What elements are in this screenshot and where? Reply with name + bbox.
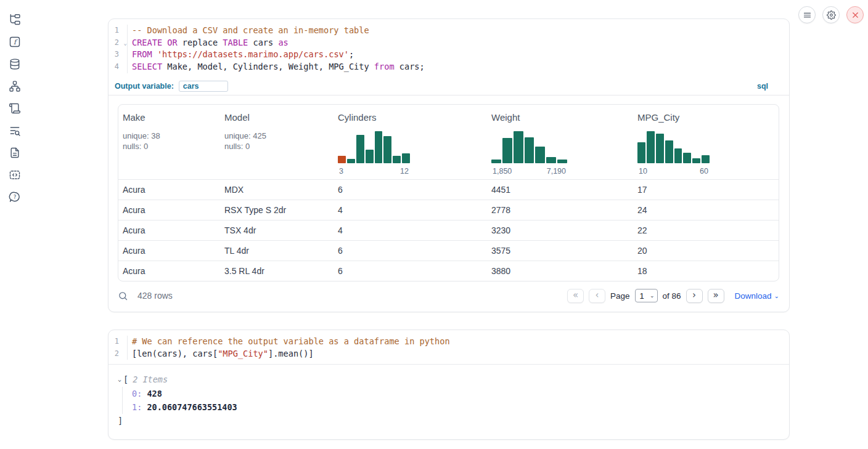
tree-root: ⌄[2 Items: [118, 373, 789, 386]
histogram-axis-labels: 1060: [637, 167, 710, 176]
histogram: 312: [338, 131, 410, 176]
python-code-editor[interactable]: 1# We can reference the output variable …: [108, 330, 789, 364]
code-token: TABLE: [223, 38, 248, 47]
histogram-bar: [366, 150, 374, 163]
histogram: 1,8507,190: [491, 131, 567, 176]
table-cell: MDX: [220, 185, 334, 195]
close-icon: [851, 10, 860, 20]
menu-button[interactable]: [798, 6, 816, 23]
page-select[interactable]: 1 ⌄: [635, 289, 658, 302]
page-label: Page: [610, 291, 630, 301]
scroll-log-icon[interactable]: [8, 102, 22, 115]
list-search-icon[interactable]: [8, 124, 22, 137]
database-icon[interactable]: [8, 58, 22, 70]
snippets-file-icon[interactable]: [8, 147, 22, 159]
fold-chevron-icon[interactable]: ⌄: [124, 38, 127, 50]
histogram-bar: [525, 137, 534, 163]
histogram-axis-labels: 1,8507,190: [491, 167, 567, 176]
histogram-bar: [502, 138, 512, 163]
download-button[interactable]: Download ⌄: [735, 291, 779, 301]
table-row: AcuraTSX 4dr4323022: [118, 220, 779, 240]
histogram-bars: [338, 131, 410, 163]
table-cell: 4451: [487, 185, 633, 195]
table-cell: 4: [334, 205, 487, 215]
tree-children: 0: 4281: 20.060747663551403: [122, 387, 789, 415]
first-page-button[interactable]: «: [567, 289, 584, 303]
table-cell: 6: [334, 185, 487, 195]
code-content[interactable]: # We can reference the output variable a…: [132, 336, 450, 348]
table-cell: Acura: [118, 266, 220, 276]
histogram: 1060: [637, 131, 710, 176]
code-content[interactable]: -- Download a CSV and create an in-memor…: [132, 25, 369, 37]
last-page-button[interactable]: »: [708, 289, 724, 303]
code-line[interactable]: 3FROM 'https://datasets.marimo.app/cars.…: [108, 49, 789, 61]
file-tree-icon[interactable]: [8, 14, 22, 26]
unique-count: unique: 425: [224, 131, 334, 141]
code-content[interactable]: SELECT Make, Model, Cylinders, Weight, M…: [132, 61, 425, 73]
code-token: OR: [167, 38, 177, 47]
shutdown-button[interactable]: [846, 6, 864, 23]
svg-text:?: ?: [14, 194, 17, 200]
table-cell: 3575: [487, 246, 633, 256]
column-header-mpg_city: MPG_City1060: [633, 112, 779, 176]
search-button[interactable]: [118, 291, 128, 301]
dependency-graph-icon[interactable]: [8, 80, 22, 92]
code-token: as: [278, 38, 288, 47]
pagination: « ‹ Page 1 ⌄ of 86 › » Download ⌄: [567, 289, 779, 303]
column-name: Weight: [491, 112, 633, 123]
list-output-tree: ⌄[2 Items0: 4281: 20.060747663551403]: [108, 365, 789, 439]
code-placeholder-icon[interactable]: [8, 169, 22, 181]
code-token: "MPG_City": [218, 349, 268, 358]
output-variable-input[interactable]: [179, 81, 228, 92]
table-cell: 2778: [487, 205, 633, 215]
next-page-button[interactable]: ›: [686, 289, 703, 303]
code-token: [len(cars), cars[: [132, 349, 218, 358]
chevron-down-icon[interactable]: ⌄: [118, 373, 121, 386]
items-count-label: 2 Items: [133, 373, 168, 386]
function-icon[interactable]: f: [8, 36, 22, 48]
chevron-down-icon: ⌄: [774, 293, 779, 299]
code-token: FROM: [132, 49, 152, 59]
line-number-gutter: 2⌄: [108, 37, 128, 49]
histogram-bar: [514, 131, 523, 163]
null-count: nulls: 0: [224, 141, 334, 152]
table-cell: RSX Type S 2dr: [220, 205, 334, 215]
histogram-bar: [702, 155, 710, 163]
item-value: 428: [147, 389, 162, 398]
code-token: replace: [178, 38, 223, 47]
settings-gear-icon: [827, 10, 836, 20]
table-cell: 20: [633, 246, 779, 256]
previous-page-button[interactable]: ‹: [589, 289, 605, 303]
help-icon[interactable]: ?: [8, 191, 22, 203]
axis-max-label: 60: [700, 167, 708, 176]
code-line[interactable]: 2[len(cars), cars["MPG_City"].mean()]: [108, 348, 789, 360]
code-line[interactable]: 2⌄CREATE OR replace TABLE cars as: [108, 37, 789, 49]
code-content[interactable]: CREATE OR replace TABLE cars as: [132, 37, 289, 49]
language-tag[interactable]: sql: [757, 82, 768, 91]
histogram-bars: [491, 131, 567, 163]
code-line[interactable]: 1# We can reference the output variable …: [108, 336, 789, 348]
sql-code-editor[interactable]: 1-- Download a CSV and create an in-memo…: [108, 19, 789, 78]
previous-page-icon: ‹: [596, 291, 599, 300]
table-cell: 3230: [487, 225, 633, 235]
histogram-bar: [383, 136, 391, 163]
axis-min-label: 1,850: [493, 167, 512, 176]
code-line[interactable]: 1-- Download a CSV and create an in-memo…: [108, 25, 789, 37]
code-token: [152, 49, 157, 59]
line-number: 4: [108, 61, 127, 73]
code-token: from: [374, 62, 395, 71]
code-content[interactable]: [len(cars), cars["MPG_City"].mean()]: [132, 348, 314, 360]
column-name: Model: [224, 112, 334, 123]
histogram-bar: [535, 147, 545, 163]
item-index: 1:: [132, 402, 147, 412]
line-number-gutter: 3: [108, 49, 128, 61]
settings-button[interactable]: [822, 6, 840, 23]
code-line[interactable]: 4SELECT Make, Model, Cylinders, Weight, …: [108, 61, 789, 73]
column-header-weight: Weight1,8507,190: [487, 112, 633, 176]
table-cell: 17: [633, 185, 779, 195]
code-content[interactable]: FROM 'https://datasets.marimo.app/cars.c…: [132, 49, 354, 61]
code-token: 'https://datasets.marimo.app/cars.csv': [157, 49, 349, 59]
histogram-bars: [637, 131, 710, 163]
line-number: 1: [108, 336, 127, 348]
page-select-value: 1: [640, 291, 644, 301]
